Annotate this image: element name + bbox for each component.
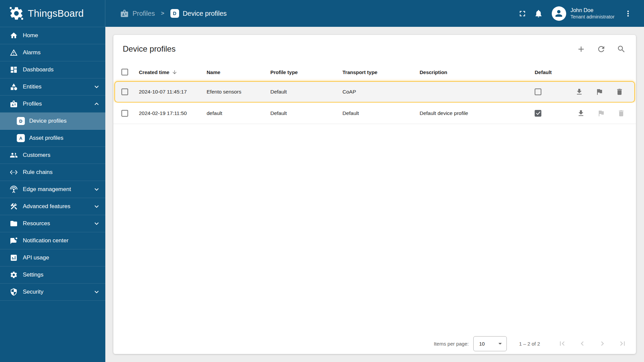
breadcrumb-device-profiles-label: Device profiles [183,10,227,17]
api-usage-chart-icon [10,254,18,262]
breadcrumb-separator: > [161,10,164,17]
last-page-icon [618,339,627,348]
column-description[interactable]: Description [420,69,535,75]
previous-page-button[interactable] [574,336,590,352]
sidebar-item-api-usage[interactable]: API usage [0,249,105,266]
refresh-icon [597,45,606,54]
column-transport-type[interactable]: Transport type [342,69,420,75]
main-content: Device profiles Created time Name Profil… [105,27,644,362]
rule-chains-icon [10,168,18,176]
page-range-label: 1 – 2 of 2 [519,341,540,347]
breadcrumb-profiles[interactable]: Profiles [120,9,155,18]
gear-icon [10,271,18,279]
user-info: John Doe Tenant administrator [571,7,614,20]
make-default-button[interactable] [593,85,606,99]
default-checkbox[interactable] [535,110,541,117]
sidebar-item-edge-management[interactable]: Edge management [0,181,105,198]
home-icon [10,32,18,40]
device-profile-icon: D [170,9,179,18]
notification-bubble-icon [10,237,18,245]
sidebar-item-security[interactable]: Security [0,284,105,301]
sidebar-item-customers[interactable]: Customers [0,147,105,164]
device-profile-icon: D [17,117,25,125]
app-title: ThingsBoard [28,8,84,19]
bell-icon [534,9,543,18]
sidebar-item-settings[interactable]: Settings [0,266,105,284]
search-button[interactable] [613,41,629,57]
user-name: John Doe [571,7,614,14]
first-page-button[interactable] [554,336,570,352]
chevron-down-icon [93,288,101,296]
delete-profile-button [614,107,628,120]
column-profile-type[interactable]: Profile type [270,69,342,75]
cell-name: default [207,110,270,116]
sidebar-item-home[interactable]: Home [0,27,105,44]
refresh-button[interactable] [593,41,609,57]
sidebar-item-alarms[interactable]: Alarms [0,44,105,61]
sort-desc-arrow-icon [172,69,177,75]
badge-icon [10,100,18,108]
last-page-button[interactable] [614,336,631,352]
chevron-down-icon [93,83,101,91]
flag-icon [597,109,605,117]
chevron-down-icon [93,202,101,210]
add-device-profile-button[interactable] [573,41,589,57]
kebab-menu-icon [624,9,633,18]
avatar[interactable] [552,6,566,21]
fullscreen-button[interactable] [515,5,531,21]
export-profile-button[interactable] [573,85,586,99]
sidebar-item-asset-profiles[interactable]: A Asset profiles [0,130,105,147]
page-size-value: 10 [479,341,485,347]
table-row-efento-sensors[interactable]: 2024-10-07 11:45:17 Efento sensors Defau… [114,81,635,103]
sidebar-item-advanced-features[interactable]: Advanced features [0,198,105,215]
column-name[interactable]: Name [207,69,270,75]
first-page-icon [558,339,567,348]
make-default-button [594,107,608,120]
antenna-icon [10,185,18,193]
delete-profile-button[interactable] [613,85,626,99]
chevron-down-icon [93,185,101,193]
page-title: Device profiles [123,44,569,54]
column-created-time[interactable]: Created time [139,69,207,75]
flag-icon [595,88,603,96]
sidebar-item-dashboards[interactable]: Dashboards [0,61,105,78]
breadcrumb-device-profiles[interactable]: D Device profiles [170,9,227,18]
export-profile-button[interactable] [574,107,588,120]
cell-created-time: 2024-02-19 17:11:50 [139,110,207,116]
fullscreen-icon [518,9,527,18]
cell-profile-type: Default [270,89,342,95]
download-icon [577,109,585,117]
paginator: Items per page: 10 1 – 2 of 2 [113,333,636,354]
column-default[interactable]: Default [535,69,570,75]
chevron-up-icon [93,100,101,108]
sidebar-item-device-profiles[interactable]: D Device profiles [0,113,105,130]
search-icon [617,45,626,54]
topbar-actions: John Doe Tenant administrator [515,5,644,21]
sidebar-item-profiles[interactable]: Profiles [0,96,105,113]
user-menu-button[interactable] [620,5,636,21]
default-checkbox[interactable] [535,88,541,95]
sidebar-item-entities[interactable]: Entities [0,78,105,96]
device-profiles-card: Device profiles Created time Name Profil… [113,35,636,354]
page-size-select[interactable]: 10 [473,336,507,351]
table-row-default[interactable]: 2024-02-19 17:11:50 default Default Defa… [113,103,636,124]
sidebar-item-notification-center[interactable]: Notification center [0,232,105,249]
sidebar-item-resources[interactable]: Resources [0,215,105,232]
plus-icon [577,45,586,54]
cell-description: Default device profile [420,110,535,116]
trash-icon [617,109,625,117]
sidebar: Home Alarms Dashboards Entities Profiles… [0,27,105,362]
row-checkbox[interactable] [121,110,128,117]
row-checkbox[interactable] [121,88,128,95]
asset-profile-icon: A [17,134,25,142]
cell-name: Efento sensors [207,89,270,95]
notifications-button[interactable] [531,5,547,21]
thingsboard-logo[interactable]: ThingsBoard [0,0,105,27]
chevron-right-icon [598,339,607,348]
warning-icon [10,49,18,57]
cell-transport-type: Default [342,110,420,116]
select-all-checkbox[interactable] [121,69,128,75]
sidebar-item-rule-chains[interactable]: Rule chains [0,164,105,181]
next-page-button[interactable] [594,336,610,352]
folder-icon [10,220,18,228]
